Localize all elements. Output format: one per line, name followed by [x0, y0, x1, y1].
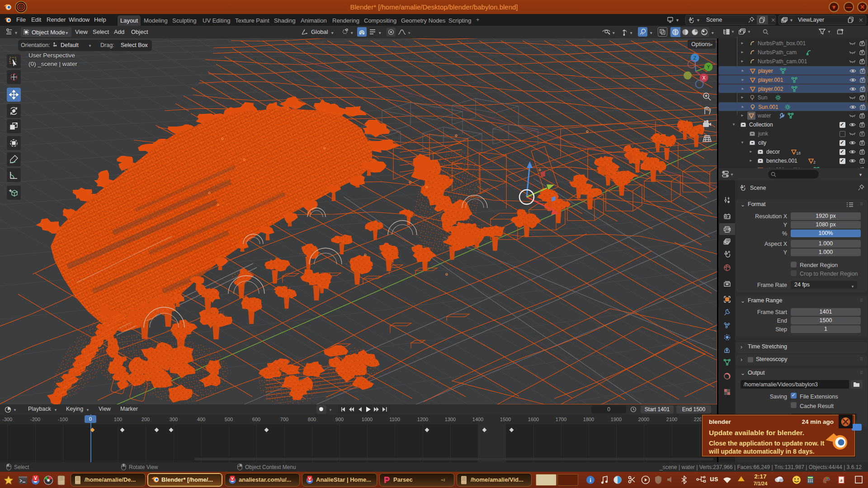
svg-text:Y: Y	[707, 65, 710, 70]
svg-text:V: V	[34, 476, 37, 481]
svg-text:X: X	[703, 75, 706, 80]
svg-text:V: V	[231, 476, 234, 481]
svg-text:a: a	[840, 478, 843, 483]
svg-text:i: i	[590, 477, 591, 483]
svg-text:Z: Z	[693, 56, 696, 61]
svg-text:V: V	[308, 476, 311, 481]
